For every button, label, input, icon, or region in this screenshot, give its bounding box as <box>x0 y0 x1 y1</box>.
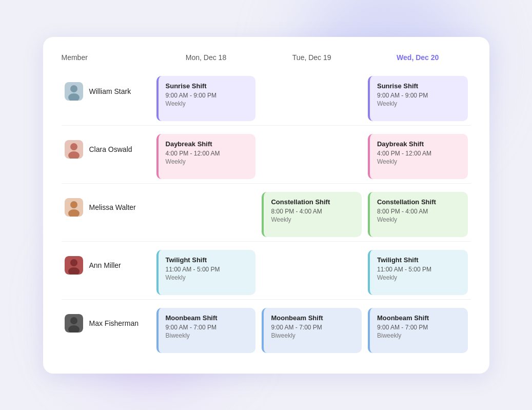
shift-time: 11:00 AM - 5:00 PM <box>377 266 461 273</box>
avatar <box>65 198 83 217</box>
shift-frequency: Weekly <box>166 100 249 107</box>
shift-time: 9:00 AM - 9:00 PM <box>166 92 249 99</box>
member-name: Clara Oswald <box>89 145 132 153</box>
shift-time: 4:00 PM - 12:00 AM <box>377 150 461 157</box>
member-column-header: Member <box>62 53 153 72</box>
shift-cell: Sunrise Shift 9:00 AM - 9:00 PM Weekly <box>365 72 471 125</box>
shift-frequency: Biweekly <box>166 332 249 339</box>
shift-cell <box>259 241 365 299</box>
shift-time: 8:00 PM - 4:00 AM <box>377 208 461 215</box>
shift-name: Moonbeam Shift <box>166 314 249 322</box>
svg-point-13 <box>70 317 77 324</box>
shift-name: Daybreak Shift <box>166 140 249 148</box>
avatar <box>65 140 83 159</box>
shift-time: 9:00 AM - 9:00 PM <box>377 92 461 99</box>
schedule-card: Member Mon, Dec 18 Tue, Dec 19 Wed, Dec … <box>43 37 489 374</box>
shift-cell: Daybreak Shift 4:00 PM - 12:00 AM Weekly <box>365 125 471 183</box>
shift-time: 11:00 AM - 5:00 PM <box>166 266 249 273</box>
shift-name: Daybreak Shift <box>377 140 461 148</box>
shift-cell: Daybreak Shift 4:00 PM - 12:00 AM Weekly <box>153 125 259 183</box>
member-cell: Max Fisherman <box>62 299 153 357</box>
shift-cell: Twilight Shift 11:00 AM - 5:00 PM Weekly <box>365 241 471 299</box>
shift-name: Sunrise Shift <box>377 82 461 90</box>
shift-time: 9:00 AM - 7:00 PM <box>166 324 249 331</box>
empty-shift-cell <box>156 192 256 237</box>
shift-frequency: Weekly <box>377 100 461 107</box>
member-name: Melissa Walter <box>89 203 136 211</box>
svg-point-1 <box>70 85 77 92</box>
shift-name: Constellation Shift <box>271 198 354 206</box>
day-header-wed: Wed, Dec 20 <box>365 53 471 72</box>
shift-card[interactable]: Constellation Shift 8:00 PM - 4:00 AM We… <box>262 192 362 237</box>
shift-card[interactable]: Sunrise Shift 9:00 AM - 9:00 PM Weekly <box>368 76 468 121</box>
shift-card[interactable]: Daybreak Shift 4:00 PM - 12:00 AM Weekly <box>368 134 468 179</box>
shift-frequency: Weekly <box>166 158 249 165</box>
shift-frequency: Weekly <box>377 216 461 223</box>
avatar <box>65 314 83 333</box>
avatar <box>65 82 83 101</box>
shift-time: 8:00 PM - 4:00 AM <box>271 208 354 215</box>
shift-card[interactable]: Twilight Shift 11:00 AM - 5:00 PM Weekly <box>368 250 468 295</box>
svg-point-10 <box>70 259 77 266</box>
shift-cell <box>259 72 365 125</box>
shift-cell <box>153 183 259 241</box>
shift-card[interactable]: Sunrise Shift 9:00 AM - 9:00 PM Weekly <box>156 76 256 121</box>
shift-frequency: Weekly <box>166 274 249 281</box>
svg-point-4 <box>70 143 77 150</box>
schedule-table: Member Mon, Dec 18 Tue, Dec 19 Wed, Dec … <box>62 53 471 357</box>
member-cell: William Stark <box>62 72 153 125</box>
member-name: William Stark <box>89 87 131 95</box>
empty-shift-cell <box>262 250 362 295</box>
avatar <box>65 256 83 275</box>
shift-name: Sunrise Shift <box>166 82 249 90</box>
shift-card[interactable]: Moonbeam Shift 9:00 AM - 7:00 PM Biweekl… <box>368 308 468 353</box>
shift-cell: Moonbeam Shift 9:00 AM - 7:00 PM Biweekl… <box>259 299 365 357</box>
shift-cell: Twilight Shift 11:00 AM - 5:00 PM Weekly <box>153 241 259 299</box>
shift-time: 9:00 AM - 7:00 PM <box>377 324 461 331</box>
shift-time: 9:00 AM - 7:00 PM <box>271 324 354 331</box>
shift-cell: Moonbeam Shift 9:00 AM - 7:00 PM Biweekl… <box>365 299 471 357</box>
day-header-tue: Tue, Dec 19 <box>259 53 365 72</box>
shift-name: Moonbeam Shift <box>377 314 461 322</box>
shift-card[interactable]: Moonbeam Shift 9:00 AM - 7:00 PM Biweekl… <box>262 308 362 353</box>
shift-card[interactable]: Twilight Shift 11:00 AM - 5:00 PM Weekly <box>156 250 256 295</box>
svg-point-7 <box>70 201 77 208</box>
member-cell: Ann Miller <box>62 241 153 299</box>
member-cell: Clara Oswald <box>62 125 153 183</box>
shift-name: Twilight Shift <box>166 256 249 264</box>
shift-cell: Constellation Shift 8:00 PM - 4:00 AM We… <box>259 183 365 241</box>
day-header-mon: Mon, Dec 18 <box>153 53 259 72</box>
shift-cell <box>259 125 365 183</box>
shift-frequency: Biweekly <box>271 332 354 339</box>
member-name: Ann Miller <box>89 261 121 269</box>
member-cell: Melissa Walter <box>62 183 153 241</box>
shift-time: 4:00 PM - 12:00 AM <box>166 150 249 157</box>
shift-name: Constellation Shift <box>377 198 461 206</box>
empty-shift-cell <box>262 134 362 179</box>
shift-card[interactable]: Constellation Shift 8:00 PM - 4:00 AM We… <box>368 192 468 237</box>
shift-frequency: Weekly <box>377 158 461 165</box>
shift-card[interactable]: Daybreak Shift 4:00 PM - 12:00 AM Weekly <box>156 134 256 179</box>
shift-frequency: Weekly <box>377 274 461 281</box>
member-name: Max Fisherman <box>89 319 139 327</box>
shift-cell: Constellation Shift 8:00 PM - 4:00 AM We… <box>365 183 471 241</box>
shift-cell: Sunrise Shift 9:00 AM - 9:00 PM Weekly <box>153 72 259 125</box>
shift-name: Twilight Shift <box>377 256 461 264</box>
empty-shift-cell <box>262 76 362 121</box>
shift-name: Moonbeam Shift <box>271 314 354 322</box>
shift-frequency: Biweekly <box>377 332 461 339</box>
shift-frequency: Weekly <box>271 216 354 223</box>
shift-cell: Moonbeam Shift 9:00 AM - 7:00 PM Biweekl… <box>153 299 259 357</box>
shift-card[interactable]: Moonbeam Shift 9:00 AM - 7:00 PM Biweekl… <box>156 308 256 353</box>
